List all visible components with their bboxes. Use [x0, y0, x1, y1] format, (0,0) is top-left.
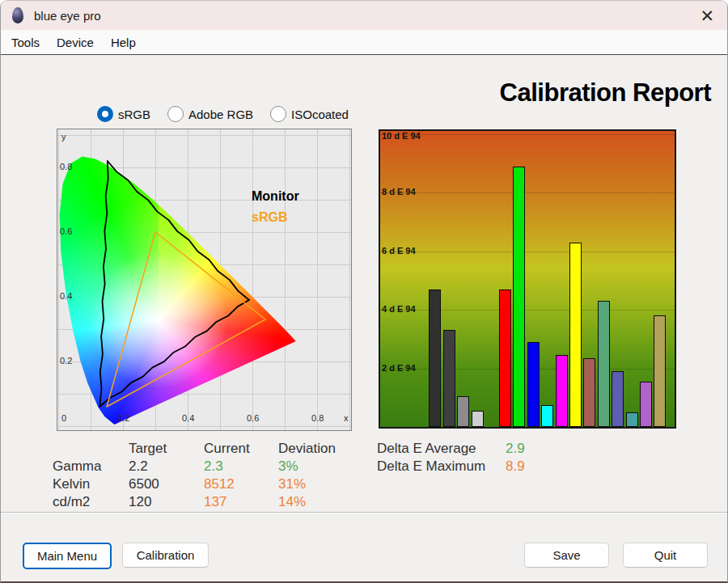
bar-dark-gray [443, 330, 455, 427]
bar-green [513, 167, 525, 428]
gridline-10 [380, 134, 675, 135]
bar-cyan [541, 405, 553, 427]
bar-orchid [640, 382, 652, 427]
radio-isocoated-label: ISOcoated [291, 108, 349, 121]
col-header-current: Current [204, 441, 250, 457]
bar-blue [527, 342, 540, 427]
delta-e-average-label: Delta E Average [377, 441, 476, 457]
x-tick-0.8: 0.8 [311, 413, 324, 423]
radio-adobe-rgb[interactable]: Adobe RGB [167, 106, 253, 122]
menu-tools[interactable]: Tools [11, 36, 40, 49]
cie-chromaticity-plot: 00.20.40.60.8x0.20.40.60.8y Monitor sRGB [57, 129, 352, 431]
gridline-8 [380, 192, 675, 193]
radio-isocoated[interactable]: ISOcoated [270, 106, 349, 122]
report-panel: Calibration Report sRGB Adobe RGB ISOcoa… [1, 55, 727, 581]
y-tick-0.8: 0.8 [60, 162, 72, 171]
gridline-6 [380, 251, 675, 252]
menu-help[interactable]: Help [111, 36, 136, 49]
bc-tick-10: 10 d E 94 [382, 131, 421, 142]
bar-khaki [654, 315, 666, 427]
quit-button[interactable]: Quit [623, 543, 708, 568]
row-cdm2-label: cd/m2 [53, 494, 90, 510]
bar-sea-green [598, 301, 610, 427]
bar-red [499, 289, 511, 427]
y-axis-label: y [61, 132, 66, 142]
app-window: blue eye pro ✕ Tools Device Help Calibra… [0, 0, 728, 583]
profile-radio-group: sRGB Adobe RGB ISOcoated [97, 106, 366, 122]
bc-tick-8: 8 d E 94 [382, 187, 416, 197]
main-menu-button[interactable]: Main Menu [23, 543, 112, 569]
radio-isocoated-circle[interactable] [270, 106, 286, 122]
delta-e-average-value: 2.9 [506, 441, 525, 457]
y-tick-0.6: 0.6 [60, 226, 72, 236]
legend-monitor-label: Monitor [252, 189, 299, 204]
row-gamma-label: Gamma [53, 458, 101, 475]
bc-tick-6: 6 d E 94 [382, 246, 416, 256]
bar-magenta [556, 355, 568, 427]
bar-gray [457, 396, 469, 427]
x-tick-0.4: 0.4 [182, 413, 194, 423]
bc-tick-4: 4 d E 94 [382, 304, 416, 315]
row-kelvin-target: 6500 [129, 476, 159, 492]
row-cdm2-deviation: 14% [278, 494, 306, 510]
bc-tick-2: 2 d E 94 [382, 363, 416, 374]
row-cdm2-current: 137 [204, 494, 226, 510]
radio-srgb-label: sRGB [118, 108, 150, 121]
close-icon[interactable]: ✕ [700, 7, 714, 24]
app-icon [12, 7, 23, 23]
radio-srgb-circle[interactable] [97, 106, 113, 122]
row-gamma-current: 2.3 [204, 458, 223, 475]
gridline-4 [380, 310, 675, 311]
row-kelvin-deviation: 31% [278, 476, 306, 492]
radio-srgb[interactable]: sRGB [97, 106, 150, 122]
title-bar: blue eye pro ✕ [1, 1, 727, 30]
radio-adobe-rgb-label: Adobe RGB [188, 108, 253, 121]
footer-divider [1, 512, 727, 513]
legend-srgb-label: sRGB [252, 210, 287, 225]
window-title: blue eye pro [34, 9, 101, 23]
bar-black [429, 289, 441, 427]
delta-e-bar-chart: 2 d E 944 d E 946 d E 948 d E 9410 d E 9… [379, 129, 676, 429]
gamut-triangles [57, 129, 351, 430]
row-gamma-deviation: 3% [278, 458, 298, 475]
delta-e-maximum-label: Delta E Maximum [377, 458, 485, 475]
menu-device[interactable]: Device [57, 36, 94, 49]
bar-yellow [569, 243, 582, 427]
y-tick-0.2: 0.2 [60, 356, 72, 365]
delta-e-maximum-value: 8.9 [506, 458, 525, 475]
menu-bar: Tools Device Help [1, 30, 727, 55]
x-axis-label: x [344, 413, 349, 423]
x-tick-0.2: 0.2 [117, 413, 129, 423]
row-kelvin-current: 8512 [204, 476, 235, 492]
col-header-deviation: Deviation [278, 441, 336, 457]
x-tick-0: 0 [61, 413, 66, 423]
col-header-target: Target [129, 441, 167, 457]
x-tick-0.6: 0.6 [247, 413, 259, 423]
row-cdm2-target: 120 [129, 494, 151, 510]
bar-slate-blue [612, 371, 624, 427]
bar-brown [583, 358, 595, 427]
calibration-button[interactable]: Calibration [122, 543, 209, 568]
y-tick-0.4: 0.4 [60, 291, 72, 301]
gamut-srgb-triangle [107, 232, 265, 407]
row-gamma-target: 2.2 [129, 458, 148, 475]
row-kelvin-label: Kelvin [53, 476, 90, 492]
radio-adobe-rgb-circle[interactable] [167, 106, 184, 122]
save-button[interactable]: Save [524, 543, 609, 568]
page-title: Calibration Report [500, 78, 711, 108]
bar-light-gray [472, 411, 484, 427]
bar-teal [626, 412, 638, 427]
